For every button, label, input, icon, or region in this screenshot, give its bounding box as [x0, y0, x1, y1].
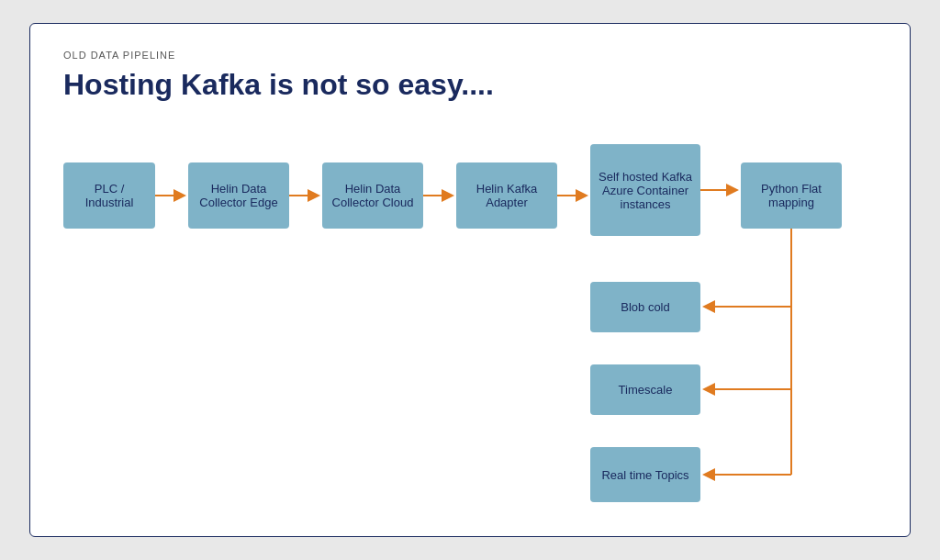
node-plc: PLC / Industrial — [63, 162, 155, 229]
diagram: PLC / Industrial Helin Data Collector Ed… — [63, 135, 877, 475]
node-helin-kafka: Helin Kafka Adapter — [456, 162, 557, 229]
node-real-time: Real time Topics — [590, 447, 700, 502]
node-helin-cloud: Helin Data Collector Cloud — [322, 162, 423, 229]
slide: OLD DATA PIPELINE Hosting Kafka is not s… — [29, 23, 911, 537]
slide-title: Hosting Kafka is not so easy.... — [63, 68, 877, 102]
slide-label: OLD DATA PIPELINE — [63, 50, 877, 61]
node-blob-cold: Blob cold — [590, 282, 700, 332]
node-timescale: Timescale — [590, 364, 700, 415]
node-helin-edge: Helin Data Collector Edge — [188, 162, 289, 229]
node-self-hosted: Self hosted Kafka Azure Container instan… — [590, 144, 700, 236]
node-python-flat: Python Flat mapping — [741, 162, 842, 229]
